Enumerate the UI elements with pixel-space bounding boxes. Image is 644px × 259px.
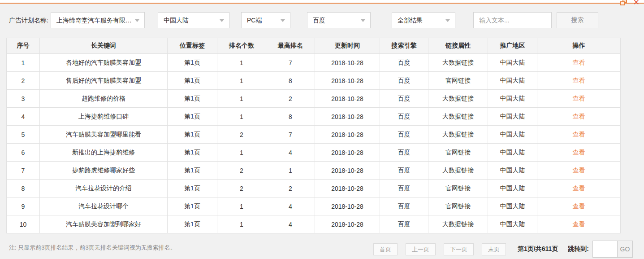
cell-action: 查看 (537, 162, 621, 180)
cell-rank-count: 1 (217, 144, 266, 162)
region-select[interactable]: 中国大陆 (158, 12, 229, 28)
cell-action: 查看 (537, 72, 621, 90)
cell-action: 查看 (537, 54, 621, 72)
cell-best-rank: 8 (266, 108, 315, 126)
engine-select[interactable]: 百度 (307, 12, 371, 28)
cell-position: 第1页 (168, 72, 217, 90)
filter-bar: 广告计划名称: 上海缔奇堂汽车服务有限公... 中国大陆 PC端 百度 全部结果… (0, 12, 644, 28)
cell-best-rank: 7 (266, 126, 315, 144)
view-link[interactable]: 查看 (573, 149, 585, 156)
cell-rank-count: 2 (217, 180, 266, 198)
cell-seq: 8 (7, 180, 40, 198)
cell-region: 中国大陆 (488, 215, 537, 233)
go-button[interactable]: GO (618, 241, 633, 258)
cell-seq: 2 (7, 72, 40, 90)
cell-position: 第1页 (168, 215, 217, 233)
table-row: 10汽车贴膜美容加盟到哪家好第1页142018-10-28百度大数据链接中国大陆… (7, 215, 621, 233)
jump-page-input[interactable] (592, 241, 618, 258)
cell-update-time: 2018-10-28 (315, 162, 380, 180)
close-icon[interactable]: ✕ (633, 0, 640, 7)
view-link[interactable]: 查看 (573, 167, 585, 174)
chevron-down-icon (135, 19, 139, 22)
cell-update-time: 2018-10-28 (315, 180, 380, 198)
cell-link-type: 大数据链接 (428, 108, 488, 126)
view-link[interactable]: 查看 (573, 77, 585, 84)
cell-position: 第1页 (168, 144, 217, 162)
table-row: 8汽车拉花设计的介绍第1页222018-10-28百度官网链接中国大陆查看 (7, 180, 621, 198)
view-link[interactable]: 查看 (573, 113, 585, 120)
cell-seq: 5 (7, 126, 40, 144)
cell-action: 查看 (537, 144, 621, 162)
campaign-select[interactable]: 上海缔奇堂汽车服务有限公... (51, 12, 145, 28)
cell-rank-count: 2 (217, 126, 266, 144)
chevron-down-icon (445, 19, 450, 22)
prev-page-button[interactable]: 上一页 (406, 243, 436, 255)
cell-action: 查看 (537, 90, 621, 108)
cell-engine: 百度 (380, 198, 428, 215)
cell-region: 中国大陆 (488, 126, 537, 144)
col-position: 位置标签 (168, 38, 217, 54)
cell-link-type: 大数据链接 (428, 215, 488, 233)
footnote: 注: 只显示前3页排名结果，前3页无排名关键词视为无搜索排名。 (9, 244, 176, 252)
cell-keyword: 捷豹路虎维修哪家好些 (40, 162, 168, 180)
view-link[interactable]: 查看 (573, 184, 585, 192)
search-button[interactable]: 搜索 (557, 12, 598, 28)
restore-window-icon[interactable] (620, 0, 627, 5)
next-page-button[interactable]: 下一页 (444, 243, 474, 255)
jump-to-label: 跳转到: (568, 245, 589, 253)
result-filter-select[interactable]: 全部结果 (392, 12, 455, 28)
cell-rank-count: 1 (217, 198, 266, 215)
cell-best-rank: 4 (266, 215, 315, 233)
campaign-select-value: 上海缔奇堂汽车服务有限公... (56, 17, 137, 24)
cell-action: 查看 (537, 108, 621, 126)
cell-link-type: 官网链接 (428, 72, 488, 90)
cell-position: 第1页 (168, 126, 217, 144)
restore-icon-front (620, 1, 625, 5)
cell-region: 中国大陆 (488, 198, 537, 215)
table-row: 7捷豹路虎维修哪家好些第1页212018-10-28百度大数据链接中国大陆查看 (7, 162, 621, 180)
cell-position: 第1页 (168, 108, 217, 126)
cell-rank-count: 2 (217, 162, 266, 180)
first-page-button[interactable]: 首页 (373, 243, 398, 255)
chevron-down-icon (281, 19, 285, 22)
cell-region: 中国大陆 (488, 180, 537, 198)
cell-update-time: 2018-10-28 (315, 90, 380, 108)
view-link[interactable]: 查看 (573, 95, 585, 102)
cell-link-type: 大数据链接 (428, 90, 488, 108)
cell-action: 查看 (537, 180, 621, 198)
table-header-row: 序号 长关键词 位置标签 排名个数 最高排名 更新时间 搜索引擎 链接属性 推广… (7, 38, 621, 54)
cell-region: 中国大陆 (488, 54, 537, 72)
cell-action: 查看 (537, 198, 621, 215)
device-select[interactable]: PC端 (241, 12, 290, 28)
cell-keyword: 上海捷豹维修口碑 (40, 108, 168, 126)
view-link[interactable]: 查看 (573, 131, 585, 138)
pagination: 首页 上一页 下一页 末页 第1页/共611页 跳转到: GO (373, 241, 633, 258)
cell-position: 第1页 (168, 162, 217, 180)
cell-rank-count: 1 (217, 108, 266, 126)
cell-seq: 10 (7, 215, 40, 233)
chevron-down-icon (220, 19, 224, 22)
cell-rank-count: 1 (217, 72, 266, 90)
table-row: 4上海捷豹维修口碑第1页182018-10-28百度大数据链接中国大陆查看 (7, 108, 621, 126)
cell-link-type: 大数据链接 (428, 162, 488, 180)
cell-rank-count: 1 (217, 215, 266, 233)
cell-position: 第1页 (168, 54, 217, 72)
cell-seq: 4 (7, 108, 40, 126)
chevron-down-icon (361, 19, 365, 22)
cell-engine: 百度 (380, 215, 428, 233)
cell-seq: 6 (7, 144, 40, 162)
cell-update-time: 2018-10-28 (315, 144, 380, 162)
view-link[interactable]: 查看 (573, 202, 585, 210)
last-page-button[interactable]: 末页 (482, 243, 506, 255)
cell-keyword: 超跑维修的价格 (40, 90, 168, 108)
region-select-value: 中国大陆 (164, 17, 189, 24)
cell-keyword: 汽车拉花设计哪个 (40, 198, 168, 215)
cell-keyword: 汽车贴膜美容加盟哪里能看 (40, 126, 168, 144)
search-input[interactable] (473, 12, 552, 28)
table-row: 3超跑维修的价格第1页122018-10-28百度大数据链接中国大陆查看 (7, 90, 621, 108)
view-link[interactable]: 查看 (573, 220, 585, 228)
view-link[interactable]: 查看 (573, 59, 585, 66)
cell-region: 中国大陆 (488, 90, 537, 108)
top-divider (0, 0, 644, 4)
cell-best-rank: 7 (266, 54, 315, 72)
